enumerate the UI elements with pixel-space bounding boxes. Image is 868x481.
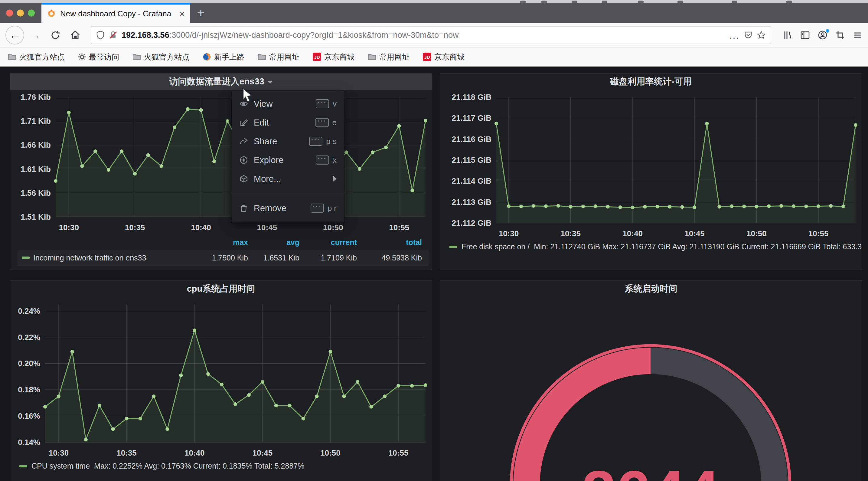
window-minimize-button[interactable] [17, 10, 24, 17]
cpu-legend[interactable]: CPU system time Max: 0.2252% Avg: 0.1763… [10, 460, 432, 474]
series-avg: 1.6531 Kib [255, 253, 306, 262]
legend-header-total[interactable]: total [364, 238, 429, 247]
toolbar-right-icons [783, 30, 863, 40]
series-total: 49.5938 Kib [364, 253, 429, 262]
insecure-lock-icon[interactable] [109, 31, 117, 40]
disk-legend[interactable]: Free disk space on / Min: 21.112740 GiB … [440, 241, 862, 254]
svg-text:10:55: 10:55 [388, 448, 409, 457]
browser-toolbar: ← → 192.168.3.56:3000/d/-jnlszjWz/new-da… [0, 23, 868, 48]
hamburger-menu-icon[interactable] [853, 30, 863, 40]
panel-cpu-title[interactable]: cpu系统占用时间 [187, 283, 255, 295]
svg-text:1.71 Kib: 1.71 Kib [21, 117, 51, 125]
svg-text:10:30: 10:30 [59, 223, 79, 232]
panel-disk-header[interactable]: 磁盘利用率统计-可用 [440, 73, 862, 90]
panel-uptime-header[interactable]: 系统启动时间 [440, 281, 862, 297]
url-text[interactable]: 192.168.3.56:3000/d/-jnlszjWz/new-dashbo… [122, 31, 725, 40]
menu-divider [232, 193, 344, 194]
jd-icon: JD [313, 53, 321, 61]
new-tab-button[interactable]: + [190, 3, 211, 23]
series-label[interactable]: Free disk space on / [462, 242, 530, 251]
legend-header-current[interactable]: current [306, 238, 364, 247]
panel-network-header[interactable]: 访问数据流量进入ens33 [10, 73, 432, 90]
menu-item-explore[interactable]: Explore x [232, 151, 344, 170]
bookmark-item[interactable]: 火狐官方站点 [132, 52, 189, 62]
svg-text:0.14%: 0.14% [18, 438, 40, 447]
menubar-glyph [602, 1, 607, 3]
legend-series-row[interactable]: Incoming network traffic on ens33 1.7500… [18, 249, 429, 266]
refresh-button[interactable] [46, 26, 64, 44]
sidebar-icon[interactable] [800, 30, 810, 40]
library-icon[interactable] [783, 30, 793, 40]
account-notification-badge [826, 29, 829, 33]
gauge-value: 2644 [582, 458, 719, 481]
browser-tab[interactable]: New dashboard Copy - Grafana × [41, 3, 190, 23]
svg-text:10:50: 10:50 [323, 223, 343, 232]
bookmark-item[interactable]: 常用网址 [258, 52, 300, 62]
svg-text:21.117 GiB: 21.117 GiB [452, 114, 492, 122]
bookmark-item[interactable]: 最常访问 [78, 52, 119, 62]
forward-button[interactable]: → [27, 26, 44, 44]
svg-text:10:55: 10:55 [808, 229, 829, 238]
menubar-glyph [732, 1, 737, 3]
svg-text:10:45: 10:45 [684, 229, 705, 238]
legend-header-avg[interactable]: avg [255, 238, 306, 247]
svg-text:10:40: 10:40 [622, 229, 643, 238]
svg-text:10:35: 10:35 [117, 448, 137, 457]
pocket-icon[interactable] [744, 31, 752, 39]
menubar-glyph [520, 1, 526, 3]
panel-cpu-time: cpu系统占用时间 10:3010:3510:4010:4510:5010:55… [10, 280, 432, 481]
menubar-glyph [678, 1, 683, 3]
svg-text:0.24%: 0.24% [18, 306, 40, 315]
window-close-button[interactable] [6, 10, 13, 17]
cube-icon [239, 175, 248, 183]
bookmark-item[interactable]: 常用网址 [368, 52, 409, 62]
series-color-swatch [450, 246, 457, 248]
svg-text:10:50: 10:50 [320, 448, 341, 457]
screenshot-crop-icon[interactable] [835, 30, 845, 40]
menu-item-remove[interactable]: Remove p r [232, 199, 344, 217]
panel-network-title[interactable]: 访问数据流量进入ens33 [169, 76, 264, 88]
menu-item-edit[interactable]: Edit e [232, 113, 344, 132]
bookmark-star-icon[interactable] [757, 31, 766, 40]
window-zoom-button[interactable] [28, 10, 35, 17]
keyboard-icon [311, 204, 324, 213]
svg-text:21.115 GiB: 21.115 GiB [452, 155, 492, 164]
panel-disk-title[interactable]: 磁盘利用率统计-可用 [610, 76, 692, 88]
folder-icon [132, 53, 141, 60]
url-bar[interactable]: 192.168.3.56:3000/d/-jnlszjWz/new-dashbo… [91, 26, 771, 44]
folder-icon [368, 53, 376, 60]
series-max: 1.7500 Kib [197, 253, 255, 262]
folder-icon [258, 53, 266, 60]
chevron-down-icon [267, 81, 273, 84]
menubar-glyph [638, 1, 644, 3]
page-actions-icon[interactable]: … [729, 32, 740, 38]
bookmark-item[interactable]: 新手上路 [203, 52, 244, 62]
svg-text:21.116 GiB: 21.116 GiB [452, 134, 492, 144]
series-label[interactable]: Incoming network traffic on ens33 [33, 253, 146, 262]
home-button[interactable] [66, 26, 84, 44]
network-legend-table: max avg current total Incoming network t… [10, 235, 432, 268]
bookmark-item[interactable]: JD 京东商城 [423, 52, 465, 62]
tracking-shield-icon[interactable] [96, 31, 105, 40]
back-button[interactable]: ← [5, 26, 24, 44]
tab-close-icon[interactable]: × [179, 9, 185, 19]
tab-title: New dashboard Copy - Grafana [60, 9, 175, 19]
account-icon[interactable] [818, 30, 828, 40]
cpu-chart[interactable]: 10:3010:3510:4010:4510:5010:550.24%0.22%… [10, 297, 432, 460]
network-chart[interactable]: 10:3010:3510:4010:4510:5010:551.76 Kib1.… [10, 90, 432, 235]
legend-header-max[interactable]: max [197, 238, 255, 247]
panel-cpu-header[interactable]: cpu系统占用时间 [10, 281, 432, 297]
panel-uptime-title[interactable]: 系统启动时间 [625, 283, 678, 295]
menu-item-share[interactable]: Share p s [232, 132, 344, 151]
svg-text:1.51 Kib: 1.51 Kib [21, 212, 51, 221]
series-label[interactable]: CPU system time [31, 462, 90, 471]
bookmark-item[interactable]: JD 京东商城 [313, 52, 354, 62]
folder-icon [8, 53, 16, 60]
menu-item-more[interactable]: More... [232, 170, 344, 188]
bookmarks-bar: 火狐官方站点 最常访问 火狐官方站点 新手上路 常用网址 JD 京东商城 常用网… [0, 48, 868, 66]
series-current: 1.7109 Kib [306, 253, 364, 262]
bookmark-item[interactable]: 火狐官方站点 [8, 52, 65, 62]
disk-chart[interactable]: 10:3010:3510:4010:4510:5010:5521.118 GiB… [440, 90, 862, 241]
svg-text:10:35: 10:35 [125, 223, 145, 232]
uptime-gauge: 2644 [465, 299, 837, 481]
